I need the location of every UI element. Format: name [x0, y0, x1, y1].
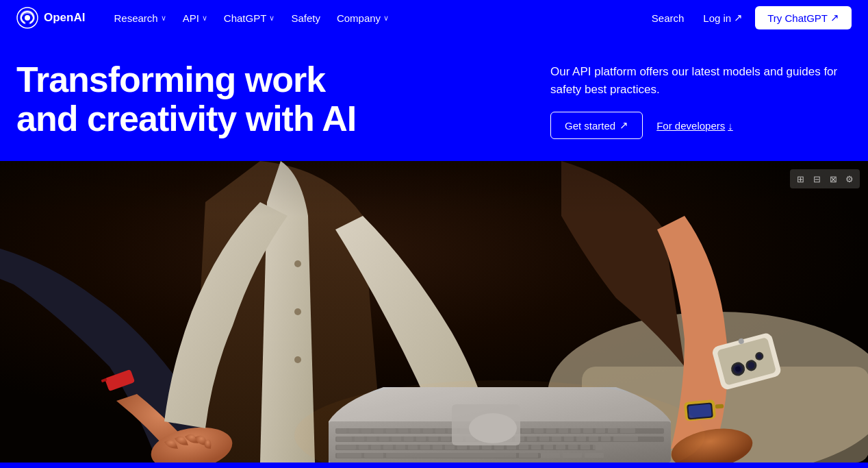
navigation: OpenAI Research ∨ API ∨ ChatGPT ∨ Safety… — [0, 0, 868, 36]
logo-text: OpenAI — [44, 11, 85, 25]
image-toolbar-btn-2[interactable]: ⊟ — [809, 171, 824, 186]
company-chevron-icon: ∨ — [383, 14, 389, 23]
svg-point-7 — [294, 308, 301, 315]
hero-image: ⊞ ⊟ ⊠ ⚙ — [0, 161, 868, 463]
nav-chatgpt[interactable]: ChatGPT ∨ — [217, 8, 282, 28]
svg-point-6 — [294, 260, 301, 267]
try-arrow-icon: ↗ — [830, 12, 839, 24]
nav-safety[interactable]: Safety — [284, 8, 327, 28]
hero-title: Transforming work and creativity with AI — [16, 60, 372, 138]
svg-rect-112 — [0, 161, 868, 216]
svg-rect-15 — [715, 404, 724, 408]
nav-research[interactable]: Research ∨ — [107, 8, 173, 28]
nav-api[interactable]: API ∨ — [176, 8, 214, 28]
api-chevron-icon: ∨ — [202, 14, 207, 23]
svg-point-1 — [25, 15, 30, 21]
image-toolbar-btn-3[interactable]: ⊠ — [826, 171, 841, 186]
hero-description: Our API platform offers our latest model… — [550, 63, 838, 98]
scene-illustration — [0, 161, 868, 463]
nav-company[interactable]: Company ∨ — [330, 8, 396, 28]
openai-logo-icon — [16, 7, 38, 29]
login-button[interactable]: Log in ↗ — [696, 8, 750, 28]
hero-left: Transforming work and creativity with AI — [16, 60, 550, 138]
try-chatgpt-button[interactable]: Try ChatGPT ↗ — [755, 6, 852, 29]
for-developers-button[interactable]: For developers ↓ — [654, 113, 736, 138]
hero-buttons: Get started ↗ For developers ↓ — [550, 112, 852, 139]
image-toolbar-btn-1[interactable]: ⊞ — [793, 171, 808, 186]
hero-section: Transforming work and creativity with AI… — [0, 36, 868, 161]
research-chevron-icon: ∨ — [161, 14, 166, 23]
hero-right: Our API platform offers our latest model… — [550, 60, 852, 139]
svg-point-8 — [294, 356, 301, 363]
nav-right: Search Log in ↗ Try ChatGPT ↗ — [645, 6, 852, 29]
nav-links: Research ∨ API ∨ ChatGPT ∨ Safety Compan… — [107, 8, 644, 28]
login-arrow-icon: ↗ — [734, 12, 743, 24]
chatgpt-chevron-icon: ∨ — [269, 14, 275, 23]
get-started-arrow-icon: ↗ — [620, 119, 628, 132]
search-button[interactable]: Search — [645, 8, 691, 28]
logo-link[interactable]: OpenAI — [16, 7, 85, 29]
for-developers-arrow-icon: ↓ — [728, 120, 733, 132]
get-started-button[interactable]: Get started ↗ — [550, 112, 643, 139]
image-toolbar: ⊞ ⊟ ⊠ ⚙ — [790, 169, 860, 188]
image-toolbar-btn-4[interactable]: ⚙ — [842, 171, 857, 186]
